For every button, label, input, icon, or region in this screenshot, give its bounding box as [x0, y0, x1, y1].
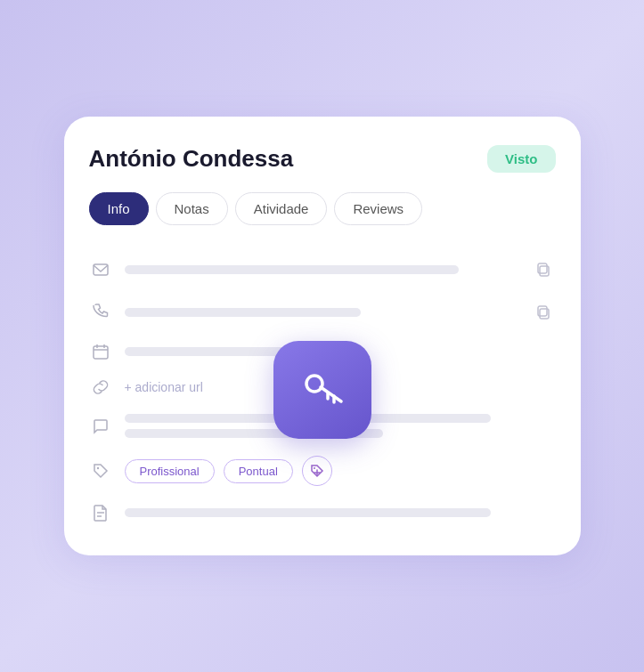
- svg-point-14: [314, 467, 315, 469]
- key-icon-box: [273, 341, 371, 439]
- tab-bar: Info Notas Atividade Reviews: [89, 192, 556, 225]
- phone-row: [89, 291, 556, 334]
- email-content: [125, 265, 518, 274]
- svg-point-13: [96, 467, 98, 469]
- add-tag-button[interactable]: [302, 456, 332, 486]
- svg-rect-4: [94, 264, 108, 275]
- status-badge[interactable]: Visto: [487, 145, 555, 173]
- document-content: [125, 508, 556, 517]
- tags-row: Profissional Pontual: [89, 447, 556, 495]
- key-icon: [298, 366, 346, 414]
- svg-line-1: [321, 387, 341, 401]
- email-icon: [89, 261, 112, 279]
- email-row: [89, 248, 556, 291]
- calendar-icon: [89, 343, 112, 360]
- info-section: + adicionar url Profissi: [89, 248, 556, 530]
- add-url-label[interactable]: + adicionar url: [125, 380, 203, 394]
- tab-reviews[interactable]: Reviews: [334, 192, 422, 225]
- phone-content: [125, 308, 518, 317]
- copy-phone-button[interactable]: [531, 300, 556, 325]
- tag-pontual[interactable]: Pontual: [224, 459, 293, 483]
- tab-atividade[interactable]: Atividade: [235, 192, 328, 225]
- key-overlay: [273, 341, 371, 439]
- profile-card: António Condessa Visto Info Notas Ativid…: [64, 117, 581, 555]
- tag-profissional[interactable]: Profissional: [125, 459, 215, 483]
- phone-bar: [125, 308, 361, 317]
- phone-icon: [89, 304, 112, 321]
- document-icon: [89, 504, 112, 522]
- tags-container: Profissional Pontual: [125, 456, 332, 486]
- copy-email-button[interactable]: [531, 257, 556, 282]
- document-bar: [125, 508, 491, 517]
- profile-title: António Condessa: [89, 145, 294, 173]
- card-header: António Condessa Visto: [89, 145, 556, 173]
- comment-icon: [89, 417, 112, 435]
- svg-point-0: [306, 376, 322, 392]
- link-icon: [89, 378, 112, 396]
- email-bar: [125, 265, 460, 274]
- tab-info[interactable]: Info: [89, 192, 149, 225]
- calendar-bar: [125, 347, 298, 356]
- document-row: [89, 495, 556, 530]
- tag-icon: [89, 462, 112, 480]
- tab-notas[interactable]: Notas: [156, 192, 228, 225]
- svg-rect-9: [94, 346, 108, 359]
